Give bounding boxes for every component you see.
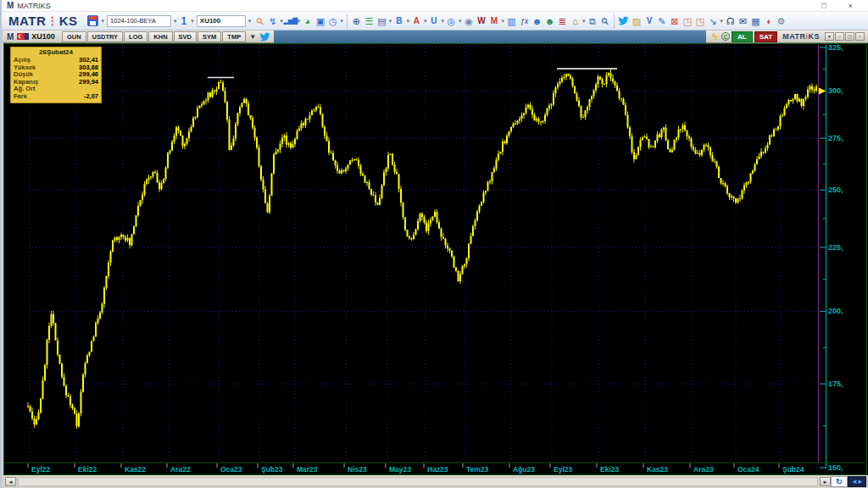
scroll-right-button[interactable]: ► <box>820 477 831 486</box>
chart-twitter-icon[interactable] <box>259 32 270 42</box>
chart-titlebar-drag-area <box>274 30 706 43</box>
chart-window-controls: ▾−◳∘ <box>825 32 865 41</box>
chart-window-button-3[interactable]: ∘ <box>855 32 865 41</box>
maximize-button[interactable]: □ <box>821 2 826 10</box>
scrollbar-track[interactable] <box>18 477 818 486</box>
news-icon-caret[interactable]: ▾ <box>389 18 392 25</box>
twitter-icon[interactable] <box>617 14 630 28</box>
chart-button-khn[interactable]: KHN <box>148 31 172 42</box>
letter-v-icon[interactable]: V <box>643 14 655 28</box>
file-icon[interactable]: ▨ <box>630 14 643 28</box>
clock-icon-caret[interactable]: ▾ <box>340 18 343 25</box>
svg-text:Oca23: Oca23 <box>220 465 242 474</box>
svg-text:Oca24: Oca24 <box>737 465 760 474</box>
svg-text:250,: 250, <box>828 186 843 194</box>
bank-icon[interactable]: ⌂ <box>569 14 581 28</box>
letter-b-icon[interactable]: B <box>392 14 405 28</box>
info-box-date: 26Şubat24 <box>14 48 98 56</box>
symbol-search-input[interactable]: XU100 <box>197 15 246 27</box>
sell-button[interactable]: SAT <box>754 31 777 42</box>
bar-chart-icon[interactable]: ▂▅▇ <box>284 14 297 28</box>
chart-button-svd[interactable]: SVD <box>174 31 197 42</box>
chart-window-button-2[interactable]: ◳ <box>845 32 854 41</box>
chart-window-button-1[interactable]: − <box>835 32 844 41</box>
monitor-icon[interactable]: ▣ <box>314 14 326 28</box>
route-arrow-icon[interactable]: ↘ <box>706 14 719 28</box>
pie-chart-icon[interactable]: ◕ <box>301 14 314 28</box>
pointer-icon-caret[interactable]: ▾ <box>280 18 283 25</box>
svg-text:300,: 300, <box>828 86 843 95</box>
page-caret-icon[interactable]: ▾ <box>191 18 194 25</box>
close-button[interactable]: × <box>849 2 853 10</box>
people-icon[interactable]: ☻ <box>543 14 556 28</box>
letter-u-icon[interactable]: U <box>427 14 440 28</box>
person-icon[interactable]: ☻ <box>531 14 543 28</box>
calculator-icon[interactable]: ▦ <box>749 14 762 28</box>
alarm-window-icon[interactable]: ⊠ <box>668 14 681 28</box>
svg-text:Ağu23: Ağu23 <box>513 465 535 474</box>
letter-u-icon-caret[interactable]: ▾ <box>441 18 444 25</box>
window-small-icon[interactable]: ◳ <box>681 14 693 28</box>
chart-button-log[interactable]: LOG <box>124 31 147 42</box>
letter-a-icon[interactable]: A <box>410 14 423 28</box>
clock-icon[interactable]: ◷ <box>326 14 339 28</box>
svg-text:Şub24: Şub24 <box>782 465 804 474</box>
page-number-dropdown[interactable]: 1 <box>181 15 187 27</box>
price-chart[interactable]: 325,300,275,250,225,200,175,150,Eyl22Eki… <box>3 43 868 475</box>
chart-button-sym[interactable]: SYM <box>198 31 221 42</box>
traffic-light-icon[interactable]: ≣ <box>556 14 569 28</box>
compass-alt-icon[interactable]: ◉ <box>462 14 475 28</box>
bell-icon[interactable]: ☊ <box>724 14 737 28</box>
route-arrow-icon-caret[interactable]: ▾ <box>720 18 723 25</box>
page-nav-button[interactable]: ◄► <box>848 476 866 487</box>
chart-window-titlebar: M XU100 GUNUSDTRYLOGKHNSVDSYMTMP ▼ ϟ C A… <box>3 30 868 43</box>
refresh-sync-button[interactable]: ↻ <box>831 476 848 487</box>
workspace-caret-icon[interactable]: ▾ <box>174 18 177 25</box>
svg-text:Eki22: Eki22 <box>78 465 97 474</box>
chart-caret-icon[interactable]: ▼ <box>248 33 258 41</box>
settings-gears-icon[interactable]: ⚙ <box>775 14 787 28</box>
chat-icon[interactable]: ◖ <box>762 14 775 28</box>
matriks-app: M MATRIKS □ × MATR⋮KS ▾ 1024-100-BEYA ▾ … <box>0 0 868 488</box>
window-title: MATRIKS <box>17 2 50 10</box>
svg-text:Kas23: Kas23 <box>647 465 668 474</box>
chart-button-tmp[interactable]: TMP <box>222 31 246 42</box>
mini-chart-icon[interactable]: ▥ <box>505 14 518 28</box>
globe-icon[interactable]: ⊕ <box>350 14 363 28</box>
chart-button-usdtry[interactable]: USDTRY <box>87 31 124 42</box>
svg-text:225,: 225, <box>828 243 843 252</box>
save-icon[interactable] <box>87 15 98 26</box>
matriks-m-icon-caret[interactable]: ▾ <box>501 18 504 25</box>
svg-text:Şub23: Şub23 <box>261 465 283 474</box>
mail-icon[interactable]: ✉ <box>737 14 749 28</box>
c-badge-icon[interactable]: C <box>721 32 730 41</box>
svg-text:Eki23: Eki23 <box>600 465 619 474</box>
scroll-left-button[interactable]: ◄ <box>5 477 16 486</box>
compass-icon[interactable]: ◎ <box>445 14 458 28</box>
letter-b-icon-caret[interactable]: ▾ <box>406 18 409 25</box>
svg-text:Nis23: Nis23 <box>348 465 367 474</box>
market-depth-icon[interactable]: ☰ <box>363 14 376 28</box>
fx-function-icon[interactable]: ƒx <box>518 14 531 28</box>
svg-text:Eyl22: Eyl22 <box>31 465 50 474</box>
toolbar-separator <box>614 14 615 28</box>
vwap-icon[interactable]: W <box>475 14 487 28</box>
letter-a-icon-caret[interactable]: ▾ <box>424 18 427 25</box>
quick-trade-lightning-icon[interactable]: ϟ <box>709 31 720 42</box>
window-small2-icon[interactable]: ◳ <box>693 14 706 28</box>
bank-icon-caret[interactable]: ▾ <box>582 18 586 25</box>
workspace-dropdown[interactable]: 1024-100-BEYA <box>107 15 171 27</box>
compass-icon-caret[interactable]: ▾ <box>459 18 462 25</box>
chart-window-button-0[interactable]: ▾ <box>825 32 834 41</box>
matriks-logo: MATR⋮KS <box>8 14 78 28</box>
svg-text:Tem23: Tem23 <box>466 465 489 474</box>
svg-text:175,: 175, <box>828 380 843 388</box>
buy-button[interactable]: AL <box>732 31 753 42</box>
save-caret-icon[interactable]: ▾ <box>102 18 105 25</box>
brand-dots-icon: ⋮ <box>47 14 58 27</box>
bar-chart-icon-caret[interactable]: ▾ <box>298 18 301 25</box>
news-icon[interactable]: ▤ <box>376 14 388 28</box>
matriks-m-icon[interactable]: M <box>487 14 500 28</box>
chart-button-gun[interactable]: GUN <box>62 31 86 42</box>
chart-edit-icon[interactable]: ✎ <box>655 14 668 28</box>
